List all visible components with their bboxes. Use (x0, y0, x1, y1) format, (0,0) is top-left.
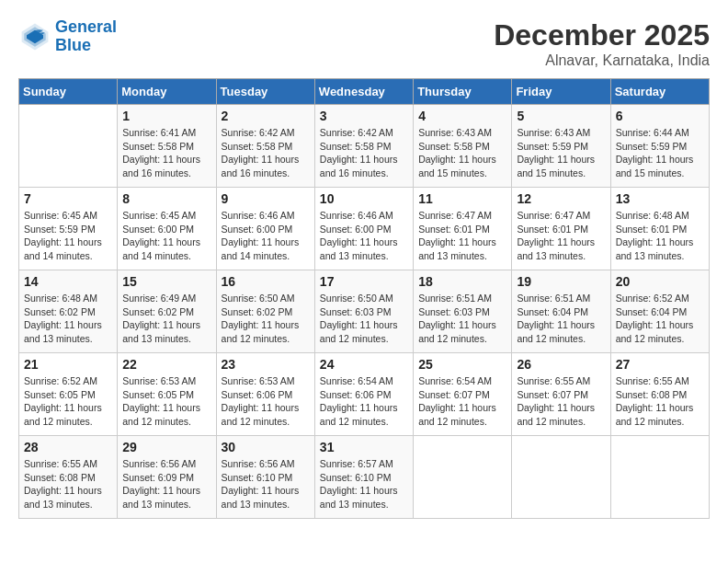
calendar-week-3: 14Sunrise: 6:48 AM Sunset: 6:02 PM Dayli… (19, 270, 710, 353)
day-info: Sunrise: 6:51 AM Sunset: 6:03 PM Dayligh… (418, 292, 506, 346)
day-number: 5 (517, 109, 605, 123)
calendar-cell: 28Sunrise: 6:55 AM Sunset: 6:08 PM Dayli… (19, 436, 118, 519)
day-number: 10 (320, 191, 408, 206)
calendar-cell: 10Sunrise: 6:46 AM Sunset: 6:00 PM Dayli… (314, 188, 413, 270)
day-info: Sunrise: 6:43 AM Sunset: 5:58 PM Dayligh… (418, 126, 506, 180)
day-number: 27 (616, 357, 704, 372)
day-info: Sunrise: 6:48 AM Sunset: 6:02 PM Dayligh… (24, 292, 112, 346)
day-number: 18 (418, 274, 506, 289)
day-number: 22 (122, 357, 210, 372)
calendar-cell: 24Sunrise: 6:54 AM Sunset: 6:06 PM Dayli… (314, 353, 413, 436)
day-number: 23 (222, 357, 310, 372)
weekday-header-thursday: Thursday (414, 79, 512, 105)
weekday-header-saturday: Saturday (610, 79, 709, 105)
day-number: 1 (122, 109, 210, 123)
day-number: 17 (320, 274, 408, 289)
day-number: 31 (320, 440, 408, 454)
calendar-cell (19, 105, 118, 188)
day-number: 6 (616, 109, 704, 123)
calendar-cell (512, 436, 610, 519)
day-number: 2 (222, 109, 310, 123)
day-number: 11 (418, 191, 506, 206)
calendar-cell: 29Sunrise: 6:56 AM Sunset: 6:09 PM Dayli… (118, 436, 216, 519)
day-info: Sunrise: 6:54 AM Sunset: 6:06 PM Dayligh… (320, 374, 408, 429)
calendar-cell: 11Sunrise: 6:47 AM Sunset: 6:01 PM Dayli… (414, 188, 512, 270)
day-info: Sunrise: 6:52 AM Sunset: 6:04 PM Dayligh… (616, 292, 704, 346)
day-info: Sunrise: 6:56 AM Sunset: 6:10 PM Dayligh… (222, 457, 310, 511)
calendar-cell: 18Sunrise: 6:51 AM Sunset: 6:03 PM Dayli… (414, 270, 512, 353)
calendar-cell: 7Sunrise: 6:45 AM Sunset: 5:59 PM Daylig… (19, 188, 118, 270)
day-info: Sunrise: 6:53 AM Sunset: 6:06 PM Dayligh… (222, 374, 310, 429)
calendar-cell: 1Sunrise: 6:41 AM Sunset: 5:58 PM Daylig… (118, 105, 216, 188)
weekday-header-sunday: Sunday (19, 79, 118, 105)
day-info: Sunrise: 6:46 AM Sunset: 6:00 PM Dayligh… (222, 209, 310, 263)
day-info: Sunrise: 6:55 AM Sunset: 6:08 PM Dayligh… (24, 457, 112, 511)
day-number: 29 (122, 440, 210, 454)
day-info: Sunrise: 6:47 AM Sunset: 6:01 PM Dayligh… (517, 209, 605, 263)
day-info: Sunrise: 6:53 AM Sunset: 6:05 PM Dayligh… (122, 374, 210, 429)
day-number: 26 (517, 357, 605, 372)
location-subtitle: Alnavar, Karnataka, India (494, 52, 710, 69)
day-number: 3 (320, 109, 408, 123)
day-number: 8 (122, 191, 210, 206)
day-info: Sunrise: 6:49 AM Sunset: 6:02 PM Dayligh… (122, 292, 210, 346)
day-info: Sunrise: 6:45 AM Sunset: 5:59 PM Dayligh… (24, 209, 112, 263)
calendar-cell: 25Sunrise: 6:54 AM Sunset: 6:07 PM Dayli… (414, 353, 512, 436)
logo: General Blue (18, 18, 117, 55)
month-title: December 2025 (494, 18, 710, 52)
calendar-cell: 27Sunrise: 6:55 AM Sunset: 6:08 PM Dayli… (610, 353, 709, 436)
day-number: 21 (24, 357, 112, 372)
calendar-cell: 6Sunrise: 6:44 AM Sunset: 5:59 PM Daylig… (610, 105, 709, 188)
day-number: 19 (517, 274, 605, 289)
day-number: 14 (24, 274, 112, 289)
day-number: 12 (517, 191, 605, 206)
calendar-body: 1Sunrise: 6:41 AM Sunset: 5:58 PM Daylig… (19, 105, 710, 519)
day-number: 28 (24, 440, 112, 454)
day-info: Sunrise: 6:56 AM Sunset: 6:09 PM Dayligh… (122, 457, 210, 511)
calendar-cell (414, 436, 512, 519)
calendar-week-5: 28Sunrise: 6:55 AM Sunset: 6:08 PM Dayli… (19, 436, 710, 519)
calendar-cell: 15Sunrise: 6:49 AM Sunset: 6:02 PM Dayli… (118, 270, 216, 353)
day-info: Sunrise: 6:51 AM Sunset: 6:04 PM Dayligh… (517, 292, 605, 346)
calendar-header-row: SundayMondayTuesdayWednesdayThursdayFrid… (19, 79, 710, 105)
day-number: 7 (24, 191, 112, 206)
calendar-cell: 2Sunrise: 6:42 AM Sunset: 5:58 PM Daylig… (216, 105, 314, 188)
calendar-week-2: 7Sunrise: 6:45 AM Sunset: 5:59 PM Daylig… (19, 188, 710, 270)
day-info: Sunrise: 6:55 AM Sunset: 6:07 PM Dayligh… (517, 374, 605, 429)
calendar-cell: 30Sunrise: 6:56 AM Sunset: 6:10 PM Dayli… (216, 436, 314, 519)
calendar-cell: 14Sunrise: 6:48 AM Sunset: 6:02 PM Dayli… (19, 270, 118, 353)
weekday-header-monday: Monday (118, 79, 216, 105)
calendar-cell: 22Sunrise: 6:53 AM Sunset: 6:05 PM Dayli… (118, 353, 216, 436)
day-number: 25 (418, 357, 506, 372)
day-info: Sunrise: 6:42 AM Sunset: 5:58 PM Dayligh… (320, 126, 408, 180)
calendar-cell: 23Sunrise: 6:53 AM Sunset: 6:06 PM Dayli… (216, 353, 314, 436)
calendar-cell: 12Sunrise: 6:47 AM Sunset: 6:01 PM Dayli… (512, 188, 610, 270)
calendar-cell: 20Sunrise: 6:52 AM Sunset: 6:04 PM Dayli… (610, 270, 709, 353)
title-block: December 2025 Alnavar, Karnataka, India (494, 18, 710, 69)
day-info: Sunrise: 6:44 AM Sunset: 5:59 PM Dayligh… (616, 126, 704, 180)
day-info: Sunrise: 6:48 AM Sunset: 6:01 PM Dayligh… (616, 209, 704, 263)
calendar-cell: 26Sunrise: 6:55 AM Sunset: 6:07 PM Dayli… (512, 353, 610, 436)
day-info: Sunrise: 6:52 AM Sunset: 6:05 PM Dayligh… (24, 374, 112, 429)
calendar-cell: 17Sunrise: 6:50 AM Sunset: 6:03 PM Dayli… (314, 270, 413, 353)
day-info: Sunrise: 6:57 AM Sunset: 6:10 PM Dayligh… (320, 457, 408, 511)
day-number: 15 (122, 274, 210, 289)
calendar-cell (610, 436, 709, 519)
day-info: Sunrise: 6:45 AM Sunset: 6:00 PM Dayligh… (122, 209, 210, 263)
day-info: Sunrise: 6:41 AM Sunset: 5:58 PM Dayligh… (122, 126, 210, 180)
day-info: Sunrise: 6:50 AM Sunset: 6:03 PM Dayligh… (320, 292, 408, 346)
weekday-header-friday: Friday (512, 79, 610, 105)
day-number: 4 (418, 109, 506, 123)
weekday-header-tuesday: Tuesday (216, 79, 314, 105)
day-number: 9 (222, 191, 310, 206)
calendar-cell: 16Sunrise: 6:50 AM Sunset: 6:02 PM Dayli… (216, 270, 314, 353)
logo-icon (18, 20, 51, 53)
day-number: 16 (222, 274, 310, 289)
calendar-cell: 19Sunrise: 6:51 AM Sunset: 6:04 PM Dayli… (512, 270, 610, 353)
day-info: Sunrise: 6:50 AM Sunset: 6:02 PM Dayligh… (222, 292, 310, 346)
calendar-cell: 3Sunrise: 6:42 AM Sunset: 5:58 PM Daylig… (314, 105, 413, 188)
calendar-cell: 8Sunrise: 6:45 AM Sunset: 6:00 PM Daylig… (118, 188, 216, 270)
day-number: 24 (320, 357, 408, 372)
day-number: 13 (616, 191, 704, 206)
day-info: Sunrise: 6:43 AM Sunset: 5:59 PM Dayligh… (517, 126, 605, 180)
